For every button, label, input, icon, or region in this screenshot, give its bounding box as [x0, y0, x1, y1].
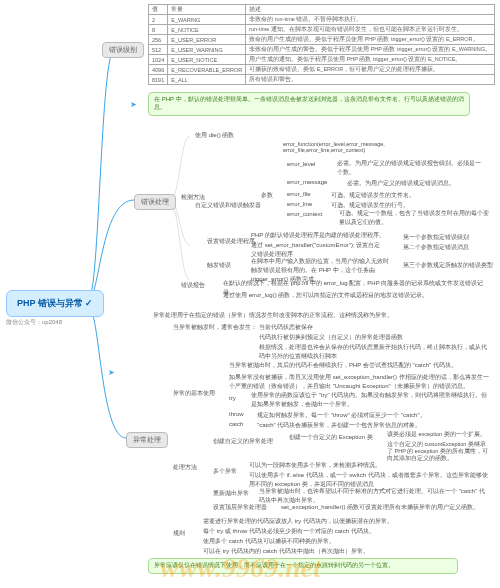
p-ctx-k: error_context [284, 210, 325, 218]
m-custom-2: 该类必须是 exception 类的一个扩展。 [384, 430, 494, 439]
table-row: 256E_USER_ERROR致命的用户生成的错误。类似于程序员使用 PHP 函… [149, 35, 495, 45]
m-multi-k: 多个异常 [210, 466, 240, 477]
rule-4: 可以在 try 代码块内的 catch 代码块中抛出（再次抛出）异常。 [200, 546, 492, 557]
node-log: 错误报告 [178, 280, 208, 291]
root-title: PHP 错误与异常 ✓ [17, 298, 93, 308]
ex-basic: 异常的基本使用 [170, 388, 218, 399]
node-custom: 自定义错误和错误触发器 [192, 200, 264, 211]
trig-p3: 第三个参数规定所触发的错误类型 [400, 260, 496, 271]
ex-l1: 异常处理用于在指定的错误（异常）情况发生时改变脚本的正常流程。这种情况称为异常。 [150, 310, 490, 321]
m-custom-k: 创建自定义的异常处理 [210, 436, 276, 447]
root-node: PHP 错误与异常 ✓ [6, 290, 104, 317]
table-row: 8E_NOTICErun-time 通知。在脚本发现可能有错误时发生，但也可能在… [149, 25, 495, 35]
p-level-k: error_level [284, 160, 318, 168]
p-msg-k: error_message [284, 178, 330, 186]
m-re-k: 重新抛出异常 [210, 488, 252, 499]
node-fn-sig: error_function(error_level,error_message… [280, 140, 420, 154]
table-row: 8191E_ALL所有错误和警告。 [149, 75, 495, 85]
node-params: 参数 [258, 190, 276, 201]
ex-try-v: 使用异常的函数应该位于 "try" 代码块内。如果没有触发异常，则代码将照常继续… [248, 390, 492, 410]
ex-l2: 当异常被触发时，通常会发生： [170, 322, 260, 333]
m-top-k: 设置顶层异常处理器 [210, 502, 270, 513]
node-die: 使用 die() 函数 [192, 130, 237, 141]
p-ctx-v: 可选。规定一个数组，包含了当错误发生时在用的每个变量以及它们的值。 [336, 208, 492, 228]
ex-method: 处理方法 [170, 462, 200, 473]
note-default-error: 在 PHP 中，默认的错误处理很简单。一条错误消息会被发送到浏览器，这条消息带有… [148, 92, 470, 116]
error-level-table: 值常量描述 2E_WARING非致命的 run-time 错误。不暂停脚本执行。… [148, 4, 495, 85]
tag-error-handle: 错误处理 [134, 194, 176, 210]
table-row: 512E_USER_WARNING非致命的用户生成的警告。类似于程序员使用 PH… [149, 45, 495, 55]
m-top-1: set_exception_handler() 函数可设置处理所有未捕获异常的用… [278, 502, 492, 513]
table-row: 1024E_USER_NOTICE用户生成的通知。类似于程序员使用 PHP 函数… [149, 55, 495, 65]
ex-rule: 规则 [170, 528, 188, 539]
table-row: 4096E_RECOVERABLE_ERROR可捕获的致命错误。类似 E_ERR… [149, 65, 495, 75]
p-level-v: 必需。为用户定义的错误规定错误报告级别。必须是一个数。 [334, 158, 484, 178]
table-row: 2E_WARING非致命的 run-time 错误。不暂停脚本执行。 [149, 15, 495, 25]
ex-l5: 根据情况，处理器也许会从保存的代码状态重新开始执行代码，终止脚本执行，或从代码中… [256, 342, 492, 362]
seth-p2: 第二个参数指定错误消息 [400, 242, 472, 253]
root-subtitle: 微信公众号：up2048 [6, 318, 62, 327]
ex-basic-l2: 如果异常没有被捕获，而且又没用使用 set_exception_handler(… [226, 372, 492, 392]
p-line-k: error_line [284, 200, 315, 208]
log-d2: 通过使用 error_log() 函数，您可以向指定的文件或远程目的地发送错误记… [220, 290, 492, 301]
m-custom-1: 创建一个自定义的 Exception 类 [286, 432, 376, 443]
arrow-icon: ➤ [108, 368, 115, 377]
ex-throw-k: throw [226, 410, 247, 418]
tag-error-level: 错误级别 [102, 42, 144, 58]
ex-basic-l1: 当异常被抛出时，其后的代码不会继续执行，PHP 会尝试查找匹配的 "catch"… [226, 360, 492, 371]
p-file-k: error_file [284, 190, 314, 198]
tag-exception: 异常处理 [126, 432, 168, 448]
ex-catch-k: catch [226, 420, 246, 428]
ex-try-k: try [226, 394, 239, 402]
arrow-icon: ➤ [130, 100, 137, 109]
node-trigger: 触发错误 [204, 260, 234, 271]
note-exception-rule: 异常应该仅仅在错误情况下使用，而不应该用于在一个指定的点跳转到代码的另一个位置。 [148, 558, 458, 574]
p-msg-v: 必需。为用户定义的错误规定错误消息。 [344, 178, 494, 189]
table-header: 值常量描述 [149, 5, 495, 15]
